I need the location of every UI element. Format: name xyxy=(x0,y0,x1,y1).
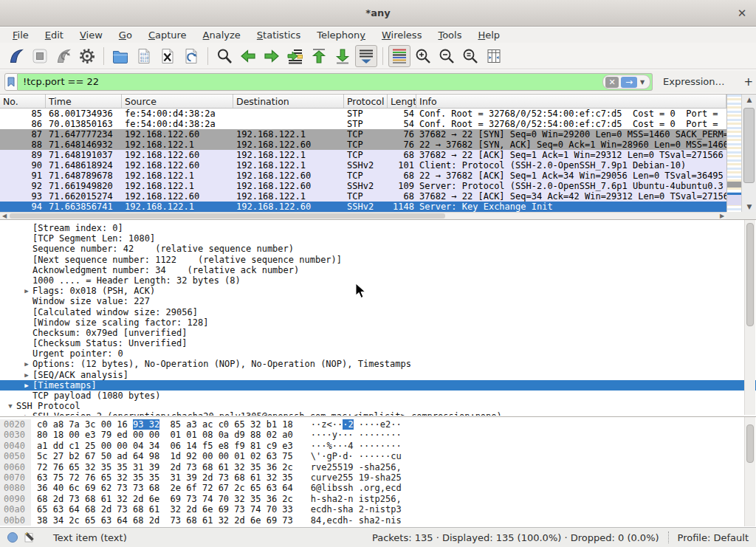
menu-tools[interactable]: Tools xyxy=(430,28,470,42)
packet-row-92[interactable]: 9271.661949820192.168.122.1192.168.122.6… xyxy=(0,181,726,191)
detail-line[interactable]: Checksum: 0x79ed [unverified] xyxy=(0,328,756,338)
packet-row-89[interactable]: 8971.648191037192.168.122.60192.168.122.… xyxy=(0,150,726,160)
menu-edit[interactable]: Edit xyxy=(37,28,72,42)
column-header-time[interactable]: Time xyxy=(46,94,122,108)
restart-capture-button[interactable] xyxy=(52,45,75,67)
go-forward-button[interactable] xyxy=(261,45,283,67)
hex-row-0070[interactable]: 007063 75 72 76 65 32 35 35 31 39 2d 73 … xyxy=(0,472,756,483)
hex-bytes[interactable]: 36 40 6c 69 62 73 73 68 2e 6f 72 67 2c 6… xyxy=(31,483,293,493)
bytes-vscroll-thumb[interactable] xyxy=(746,424,754,463)
packet-list-hscrollbar[interactable]: ◀ ▶ xyxy=(0,212,726,219)
detail-line[interactable]: ▶[Timestamps] xyxy=(0,380,756,391)
hex-ascii[interactable]: 84,ecdh- sha2-nis xyxy=(293,515,402,526)
packet-row-85[interactable]: 8568.001734936fe:54:00:d4:38:2aSTP54Conf… xyxy=(0,109,726,119)
detail-line[interactable]: ▶[SEQ/ACK analysis] xyxy=(0,370,756,380)
hex-bytes[interactable]: 80 18 00 e3 79 ed 00 00 01 01 08 0a d9 8… xyxy=(31,430,293,440)
zoom-original-button[interactable] xyxy=(459,45,481,67)
display-filter-input[interactable]: !tcp.port == 22 ✕ → ▼ xyxy=(18,73,653,91)
profile-text[interactable]: Profile: Default xyxy=(678,532,749,543)
start-capture-button[interactable] xyxy=(5,45,27,67)
menu-capture[interactable]: Capture xyxy=(140,28,195,42)
resize-columns-button[interactable] xyxy=(483,45,505,67)
hex-row-00a0[interactable]: 00a065 63 64 68 2d 73 68 61 32 2d 6e 69 … xyxy=(0,504,756,515)
detail-line[interactable]: ▼SSH Protocol xyxy=(0,401,756,411)
detail-line[interactable]: [Stream index: 0] xyxy=(0,223,756,233)
go-to-top-button[interactable] xyxy=(308,45,330,67)
scroll-left-arrow-icon[interactable]: ◀ xyxy=(0,213,9,219)
detail-line[interactable]: TCP payload (1080 bytes) xyxy=(0,391,756,401)
hex-ascii[interactable]: 6@libssh .org,ecd xyxy=(293,483,402,493)
column-header-info[interactable]: Info xyxy=(416,94,726,108)
filter-clear-button[interactable]: ✕ xyxy=(605,77,619,88)
hex-bytes[interactable]: 5c 27 b2 67 50 ad 64 98 1d 92 00 00 01 0… xyxy=(31,451,293,461)
menu-analyze[interactable]: Analyze xyxy=(195,28,249,42)
capture-options-button[interactable] xyxy=(76,45,98,67)
add-filter-button[interactable]: + xyxy=(740,75,756,89)
detail-line[interactable]: ▶Flags: 0x018 (PSH, ACK) xyxy=(0,286,756,296)
close-file-button[interactable] xyxy=(157,45,179,67)
zoom-out-button[interactable] xyxy=(436,45,458,67)
reload-file-button[interactable] xyxy=(180,45,202,67)
packet-row-93[interactable]: 9371.662015274192.168.122.60192.168.122.… xyxy=(0,191,726,202)
auto-scroll-button[interactable] xyxy=(355,45,377,67)
title-bar[interactable]: *any ✕ xyxy=(0,0,756,27)
menu-file[interactable]: File xyxy=(4,28,37,42)
detail-line[interactable]: [Window size scaling factor: 128] xyxy=(0,317,756,328)
packet-list-vscrollbar[interactable]: ▲ ▼ xyxy=(741,94,756,212)
detail-line[interactable]: [TCP Segment Len: 1080] xyxy=(0,233,756,244)
scroll-right-arrow-icon[interactable]: ▶ xyxy=(718,213,726,219)
stop-capture-button[interactable] xyxy=(29,45,51,67)
find-packet-button[interactable] xyxy=(213,45,236,67)
filter-bookmark-button[interactable] xyxy=(4,73,18,91)
hex-bytes[interactable]: 63 75 72 76 65 32 35 35 31 39 2d 73 68 6… xyxy=(31,472,293,483)
packet-minimap[interactable] xyxy=(726,94,741,212)
scroll-down-arrow-icon[interactable]: ▼ xyxy=(742,202,756,212)
menu-wireless[interactable]: Wireless xyxy=(374,28,430,42)
hex-ascii[interactable]: curve255 19-sha25 xyxy=(293,472,402,483)
column-header-length[interactable]: Length xyxy=(388,94,416,108)
detail-line[interactable]: Sequence number: 42 (relative sequence n… xyxy=(0,244,756,254)
hex-row-0040[interactable]: 0040a1 dd c1 25 00 00 04 34 06 14 f5 e8 … xyxy=(0,441,756,451)
filter-apply-button[interactable]: → xyxy=(621,77,637,88)
go-back-button[interactable] xyxy=(237,45,259,67)
expert-info-icon[interactable] xyxy=(7,532,18,543)
expander-closed-icon[interactable]: ▶ xyxy=(21,380,32,391)
detail-line[interactable]: Acknowledgment number: 34 (relative ack … xyxy=(0,265,756,275)
save-file-button[interactable]: 010101100111 xyxy=(133,45,155,67)
go-to-packet-button[interactable] xyxy=(284,45,306,67)
hex-bytes[interactable]: 72 76 65 32 35 35 31 39 2d 73 68 61 32 3… xyxy=(31,462,293,472)
packet-row-90[interactable]: 9071.648618924192.168.122.60192.168.122.… xyxy=(0,160,726,171)
menu-go[interactable]: Go xyxy=(111,28,140,42)
hex-row-00b0[interactable]: 00b038 34 2c 65 63 64 68 2d 73 68 61 32 … xyxy=(0,515,756,526)
detail-line[interactable]: ▶Options: (12 bytes), No-Operation (NOP)… xyxy=(0,359,756,369)
close-icon[interactable]: ✕ xyxy=(734,5,750,21)
menu-view[interactable]: View xyxy=(72,28,111,42)
expander-open-icon[interactable]: ▼ xyxy=(4,401,16,411)
detail-line[interactable]: [Calculated window size: 29056] xyxy=(0,307,756,317)
packet-row-94[interactable]: 9471.663856741192.168.122.1192.168.122.6… xyxy=(0,202,726,212)
hex-row-0080[interactable]: 008036 40 6c 69 62 73 73 68 2e 6f 72 67 … xyxy=(0,483,756,493)
hex-row-0050[interactable]: 00505c 27 b2 67 50 ad 64 98 1d 92 00 00 … xyxy=(0,451,756,461)
colorize-button[interactable] xyxy=(388,45,410,67)
hex-bytes[interactable]: 38 34 2c 65 63 64 68 2d 73 68 61 32 2d 6… xyxy=(31,515,293,526)
packet-row-91[interactable]: 9171.648789678192.168.122.1192.168.122.6… xyxy=(0,171,726,181)
detail-line[interactable]: [Checksum Status: Unverified] xyxy=(0,338,756,348)
go-to-bottom-button[interactable] xyxy=(331,45,354,67)
packet-row-88[interactable]: 8871.648146932192.168.122.1192.168.122.6… xyxy=(0,140,726,150)
hex-bytes[interactable]: 68 2d 73 68 61 32 2d 6e 69 73 74 70 32 3… xyxy=(31,494,293,504)
column-header-protocol[interactable]: Protocol xyxy=(344,94,388,108)
menu-statistics[interactable]: Statistics xyxy=(249,28,309,42)
hex-ascii[interactable]: rve25519 -sha256, xyxy=(293,462,402,472)
hex-ascii[interactable]: ···%···4 ········ xyxy=(293,441,402,451)
expander-closed-icon[interactable]: ▶ xyxy=(21,370,32,380)
hex-row-0020[interactable]: 0020c0 a8 7a 3c 00 16 93 32 85 a3 ac c0 … xyxy=(0,419,756,430)
packet-row-87[interactable]: 8771.647777234192.168.122.60192.168.122.… xyxy=(0,129,726,140)
expander-closed-icon[interactable]: ▶ xyxy=(21,411,32,416)
detail-line[interactable]: 1000 .... = Header Length: 32 bytes (8) xyxy=(0,275,756,286)
column-header-no[interactable]: No. xyxy=(0,94,46,108)
capture-comment-icon[interactable] xyxy=(24,531,35,543)
hex-ascii[interactable]: \'·gP·d· ······cu xyxy=(293,451,402,461)
hex-row-0030[interactable]: 003080 18 00 e3 79 ed 00 00 01 01 08 0a … xyxy=(0,430,756,440)
detail-line[interactable]: ▶SSH Version 2 (encryption:chacha20-poly… xyxy=(0,411,756,416)
menu-help[interactable]: Help xyxy=(470,28,508,42)
